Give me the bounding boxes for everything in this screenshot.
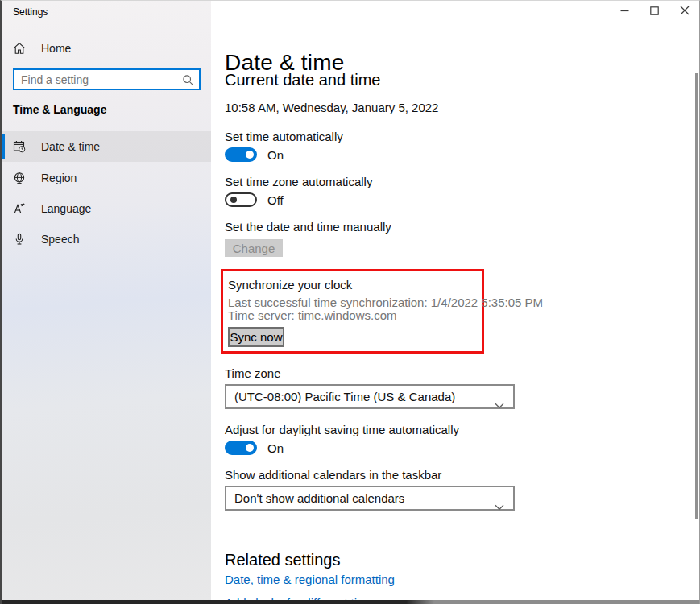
toggle-state-label: Off <box>267 193 284 207</box>
sidebar-item-label: Language <box>41 202 91 215</box>
sidebar-item-label: Home <box>41 42 71 55</box>
taskbar-edge-strip <box>2 600 699 604</box>
sidebar-item-label: Region <box>41 172 77 184</box>
close-icon <box>680 6 690 18</box>
sidebar-item-language[interactable]: Language <box>2 193 211 224</box>
dst-label: Adjust for daylight saving time automati… <box>225 423 459 436</box>
timezone-value: (UTC-08:00) Pacific Time (US & Canada) <box>234 390 455 403</box>
dst-toggle[interactable] <box>225 441 257 455</box>
set-zone-auto-label: Set time zone automatically <box>225 175 372 188</box>
sidebar-item-region[interactable]: Region <box>2 163 211 193</box>
toggle-state-label: On <box>267 148 284 162</box>
calendars-value: Don't show additional calendars <box>234 491 404 505</box>
settings-window: Settings Home Time & Language Date & tim… <box>0 0 700 604</box>
link-date-time-regional-formatting[interactable]: Date, time & regional formatting <box>225 573 395 586</box>
home-icon <box>13 42 26 55</box>
sync-last-successful: Last successful time synchronization: 1/… <box>228 296 543 309</box>
chevron-down-icon <box>495 495 504 517</box>
toggle-state-label: On <box>267 441 284 455</box>
sidebar-section-title: Time & Language <box>13 103 106 116</box>
dst-toggle-row: On <box>225 441 284 455</box>
sync-time-server: Time server: time.windows.com <box>228 308 397 322</box>
chevron-down-icon <box>495 394 504 416</box>
sidebar-item-label: Speech <box>41 233 79 246</box>
selected-accent-bar <box>2 134 5 159</box>
window-title: Settings <box>13 6 48 18</box>
sync-now-button[interactable]: Sync now <box>228 327 284 347</box>
set-manual-label: Set the date and time manually <box>225 220 391 234</box>
search-icon[interactable] <box>182 74 194 89</box>
timezone-label: Time zone <box>225 366 280 380</box>
sidebar: Settings Home Time & Language Date & tim… <box>2 1 211 604</box>
set-zone-auto-toggle[interactable] <box>225 192 257 207</box>
sync-heading: Synchronize your clock <box>228 278 352 292</box>
sidebar-item-date-time[interactable]: Date & time <box>2 131 211 162</box>
set-zone-auto-toggle-row: Off <box>225 192 284 207</box>
date-time-page: Date & time Current date and time 10:58 … <box>225 1 676 604</box>
current-datetime-heading: Current date and time <box>225 71 380 89</box>
sidebar-item-speech[interactable]: Speech <box>2 224 211 254</box>
search-input[interactable] <box>14 70 199 89</box>
sidebar-item-home[interactable]: Home <box>2 33 211 64</box>
language-icon <box>13 202 26 215</box>
current-datetime-value: 10:58 AM, Wednesday, January 5, 2022 <box>225 101 438 114</box>
set-time-auto-toggle[interactable] <box>225 147 257 162</box>
set-time-auto-toggle-row: On <box>225 147 284 162</box>
microphone-icon <box>13 233 26 246</box>
globe-icon <box>13 172 26 184</box>
set-time-auto-label: Set time automatically <box>225 130 343 143</box>
timezone-dropdown[interactable]: (UTC-08:00) Pacific Time (US & Canada) <box>225 384 515 409</box>
sidebar-item-label: Date & time <box>41 140 100 153</box>
search-box <box>13 68 201 90</box>
calendars-label: Show additional calendars in the taskbar <box>225 468 441 482</box>
date-time-icon <box>13 140 26 153</box>
related-settings-heading: Related settings <box>225 551 340 569</box>
calendars-dropdown[interactable]: Don't show additional calendars <box>225 486 515 511</box>
vertical-scrollbar-thumb[interactable] <box>695 73 698 519</box>
change-button[interactable]: Change <box>225 239 283 257</box>
